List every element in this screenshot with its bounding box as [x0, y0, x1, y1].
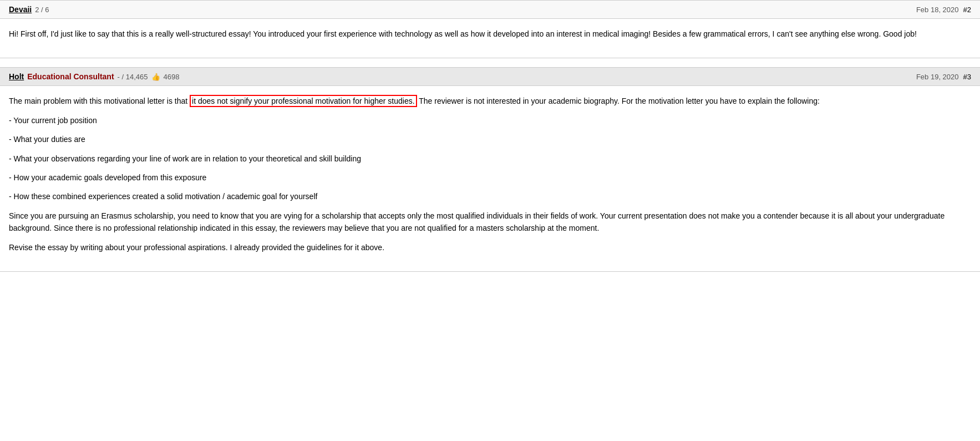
post-2-header: Holt Educational Consultant - / 14,465 👍… — [0, 67, 980, 86]
post-2-number: #3 — [963, 73, 971, 81]
post-1-username[interactable]: Devaii — [9, 5, 32, 14]
post-1-number: #2 — [963, 6, 971, 14]
post-2-username[interactable]: Holt — [9, 72, 24, 81]
list-item-1: - What your duties are — [9, 133, 971, 145]
post-2-text-before-highlight: The main problem with this motivational … — [9, 97, 190, 105]
post-separator — [0, 58, 980, 67]
post-2-likes: 4698 — [164, 73, 180, 81]
post-2-role: Educational Consultant — [27, 72, 114, 81]
post-1: Devaii 2 / 6 Feb 18, 2020 #2 Hi! First o… — [0, 0, 980, 58]
post-2-text-after-highlight: The reviewer is not interested in your a… — [417, 97, 820, 105]
post-2-paragraph-2: Since you are pursuing an Erasmus schola… — [9, 210, 971, 235]
post-2-highlighted-text: it does not signify your professional mo… — [190, 95, 417, 107]
post-1-pagination: 2 / 6 — [35, 6, 49, 14]
post-2: Holt Educational Consultant - / 14,465 👍… — [0, 67, 980, 272]
post-2-list: - Your current job position - What your … — [9, 114, 971, 203]
post-2-date: Feb 19, 2020 — [916, 73, 959, 81]
post-1-header-right: Feb 18, 2020 #2 — [916, 6, 971, 14]
post-2-header-left: Holt Educational Consultant - / 14,465 👍… — [9, 72, 179, 81]
post-2-paragraph-3: Revise the essay by writing about your p… — [9, 241, 971, 254]
post-2-header-right: Feb 19, 2020 #3 — [916, 73, 971, 81]
post-2-paragraph-1: The main problem with this motivational … — [9, 95, 971, 107]
post-2-body: The main problem with this motivational … — [0, 86, 980, 271]
thumbs-up-icon: 👍 — [151, 73, 160, 81]
post-1-body: Hi! First off, I'd just like to say that… — [0, 19, 980, 58]
list-item-0: - Your current job position — [9, 114, 971, 126]
list-item-2: - What your observations regarding your … — [9, 153, 971, 165]
list-item-4: - How these combined experiences created… — [9, 190, 971, 202]
post-1-text: Hi! First off, I'd just like to say that… — [9, 28, 971, 40]
post-2-stats: - / 14,465 — [118, 73, 148, 81]
post-1-header-left: Devaii 2 / 6 — [9, 5, 49, 14]
list-item-3: - How your academic goals developed from… — [9, 171, 971, 184]
post-1-header: Devaii 2 / 6 Feb 18, 2020 #2 — [0, 0, 980, 19]
post-1-date: Feb 18, 2020 — [916, 6, 959, 14]
